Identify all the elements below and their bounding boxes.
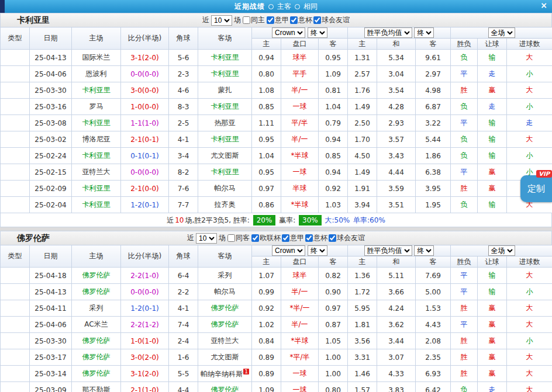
bookmaker-select[interactable]: Crown — [272, 27, 305, 38]
cell-away-team[interactable]: 佛罗伦萨 — [198, 317, 252, 333]
cell-away-team[interactable]: 卡利亚里 — [198, 66, 252, 82]
match-row[interactable]: 意甲 25-02-24 卡利亚里 0-1(0-1) 3-4 尤文图斯 1.04 … — [1, 148, 552, 164]
option-label-1[interactable]: 主客 — [277, 2, 291, 12]
league-filter[interactable]: 意甲 — [267, 15, 289, 25]
scope-select[interactable]: 全场 — [488, 245, 515, 256]
league-filter[interactable]: 欧联杯 — [251, 233, 281, 243]
option-label-2[interactable]: 相同 — [303, 2, 318, 12]
league-checkbox[interactable] — [282, 234, 289, 242]
bookmaker-select[interactable]: Crown — [272, 245, 305, 256]
league-filter[interactable]: 意甲 — [282, 233, 304, 243]
cell-home-team[interactable]: 采列 — [72, 300, 121, 317]
cell-home-team[interactable]: 博洛尼亚 — [72, 131, 121, 148]
cell-score[interactable]: 1-0(1-0) — [121, 333, 169, 349]
cell-score[interactable]: 1-0(0-0) — [121, 99, 169, 115]
cell-home-team[interactable]: 佛罗伦萨 — [72, 284, 121, 300]
cell-home-team[interactable]: 佛罗伦萨 — [72, 268, 121, 284]
avg-select[interactable]: 胜平负均值 — [364, 27, 412, 38]
match-row[interactable]: 意甲 25-04-13 国际米兰 3-1(2-0) 5-6 卡利亚里 0.94 … — [1, 50, 552, 66]
match-row[interactable]: 意甲 25-04-06 AC米兰 2-2(1-2) 7-4 佛罗伦萨 1.02 … — [1, 317, 552, 333]
avg-select[interactable]: 胜平负均值 — [364, 245, 412, 256]
cell-home-team[interactable]: 佛罗伦萨 — [72, 349, 121, 366]
league-filter[interactable]: 球会友谊 — [313, 15, 350, 25]
league-filter[interactable]: 球会友谊 — [329, 233, 365, 243]
cell-away-team[interactable]: 卡利亚里 — [198, 164, 252, 181]
cell-home-team[interactable]: 佛罗伦萨 — [72, 366, 121, 382]
cell-home-team[interactable]: 恩波利 — [72, 66, 121, 82]
same-checkbox[interactable] — [243, 16, 250, 24]
scope-select[interactable]: 全场 — [488, 27, 515, 38]
cell-score[interactable]: 1-1(1-0) — [121, 115, 169, 131]
cell-away-team[interactable]: 卡利亚里 — [198, 99, 252, 115]
cell-away-team[interactable]: 采列 — [198, 268, 252, 284]
league-checkbox[interactable] — [251, 234, 259, 242]
league-checkbox[interactable] — [329, 234, 336, 242]
same-checkbox[interactable] — [227, 234, 235, 242]
match-row[interactable]: 欧联杯 25-04-11 采列 1-2(0-1) 4-1 佛罗伦萨 0.92 *… — [1, 300, 552, 317]
final-odds-select[interactable]: 终 — [308, 245, 327, 256]
cell-score[interactable]: 1-2(0-1) — [121, 300, 169, 317]
cell-home-team[interactable]: 卡利亚里 — [72, 181, 121, 197]
cell-away-team[interactable]: 亚特兰大 — [198, 333, 252, 349]
cell-score[interactable]: 3-1(2-0) — [121, 50, 169, 66]
league-checkbox[interactable] — [290, 16, 298, 24]
cell-home-team[interactable]: 卡利亚里 — [72, 148, 121, 164]
cell-home-team[interactable]: 卡利亚里 — [72, 197, 121, 213]
cell-away-team[interactable]: 帕尔马 — [198, 181, 252, 197]
cell-score[interactable]: 2-1(0-1) — [121, 131, 169, 148]
cell-home-team[interactable]: 那不勒斯 — [72, 382, 121, 392]
final-odds-select[interactable]: 终 — [308, 27, 327, 38]
cell-home-team[interactable]: AC米兰 — [72, 317, 121, 333]
cell-away-team[interactable]: 佛罗伦萨 — [198, 382, 252, 392]
match-row[interactable]: 意甲 25-03-30 卡利亚里 3-0(0-0) 4-6 蒙扎 1.08 半/… — [1, 82, 552, 99]
cell-score[interactable]: 1-2(0-1) — [121, 197, 169, 213]
cell-away-team[interactable]: 尤文图斯 — [198, 148, 252, 164]
cell-home-team[interactable]: 国际米兰 — [72, 50, 121, 66]
cell-score[interactable]: 0-0(0-0) — [121, 66, 169, 82]
match-row[interactable]: 意甲 25-03-16 罗马 1-0(0-0) 8-3 卡利亚里 0.85 一球… — [1, 99, 552, 115]
vip-customize-button[interactable]: VIP 定制 — [520, 175, 552, 202]
cell-score[interactable]: 3-1(2-0) — [121, 366, 169, 382]
match-row[interactable]: 意甲 25-03-09 那不勒斯 2-1(1-0) 4-4 佛罗伦萨 1.09 … — [1, 382, 552, 392]
final-avg-select[interactable]: 终 — [414, 27, 434, 38]
cell-home-team[interactable]: 卡利亚里 — [72, 82, 121, 99]
match-row[interactable]: 欧联杯 25-04-18 佛罗伦萨 2-2(1-0) 6-4 采列 1.07 球… — [1, 268, 552, 284]
cell-home-team[interactable]: 佛罗伦萨 — [72, 333, 121, 349]
option-radio-2[interactable] — [295, 4, 300, 9]
cell-score[interactable]: 3-0(0-0) — [121, 82, 169, 99]
cell-away-team[interactable]: 卡利亚里 — [198, 131, 252, 148]
cell-home-team[interactable]: 亚特兰大 — [72, 164, 121, 181]
cell-home-team[interactable]: 罗马 — [72, 99, 121, 115]
match-row[interactable]: 意甲 25-03-02 博洛尼亚 2-1(0-1) 4-1 卡利亚里 0.95 … — [1, 131, 552, 148]
cell-away-team[interactable]: 蒙扎 — [198, 82, 252, 99]
match-row[interactable]: 意甲 25-02-15 亚特兰大 0-0(0-0) 8-2 卡利亚里 0.95 … — [1, 164, 552, 181]
cell-away-team[interactable]: 帕纳辛纳科斯1 — [198, 366, 252, 382]
cell-score[interactable]: 0-1(0-1) — [121, 148, 169, 164]
cell-score[interactable]: 2-1(1-0) — [121, 382, 169, 392]
same-filter[interactable]: 同主 — [243, 15, 265, 25]
cell-away-team[interactable]: 卡利亚里 — [198, 50, 252, 66]
match-row[interactable]: 意甲 25-02-09 卡利亚里 2-1(0-0) 7-6 帕尔马 0.97 半… — [1, 181, 552, 197]
cell-score[interactable]: 2-2(1-2) — [121, 317, 169, 333]
cell-score[interactable]: 3-0(2-0) — [121, 349, 169, 366]
count-select[interactable]: 10 — [211, 15, 232, 26]
match-row[interactable]: 意甲 25-03-30 佛罗伦萨 1-0(1-0) 2-4 亚特兰大 0.84 … — [1, 333, 552, 349]
count-select[interactable]: 10 — [196, 233, 217, 244]
cell-away-team[interactable]: 佛罗伦萨 — [198, 300, 252, 317]
match-row[interactable]: 意甲 25-04-13 佛罗伦萨 0-0(0-0) 2-2 帕尔马 0.99 半… — [1, 284, 552, 300]
match-row[interactable]: 意甲 25-02-04 卡利亚里 1-2(0-1) 7-7 拉齐奥 0.86 *… — [1, 197, 552, 213]
league-filter[interactable]: 意杯 — [290, 15, 312, 25]
same-filter[interactable]: 同客 — [227, 233, 250, 243]
league-checkbox[interactable] — [313, 16, 321, 24]
final-avg-select[interactable]: 终 — [414, 245, 434, 256]
cell-score[interactable]: 2-1(0-0) — [121, 181, 169, 197]
cell-score[interactable]: 0-0(0-0) — [121, 164, 169, 181]
match-row[interactable]: 意甲 25-04-06 恩波利 0-0(0-0) 2-3 卡利亚里 0.80 平… — [1, 66, 552, 82]
cell-home-team[interactable]: 卡利亚里 — [72, 115, 121, 131]
league-filter[interactable]: 意杯 — [305, 233, 327, 243]
cell-score[interactable]: 0-0(0-0) — [121, 284, 169, 300]
cell-score[interactable]: 2-2(1-0) — [121, 268, 169, 284]
option-radio-1[interactable] — [268, 4, 274, 9]
cell-away-team[interactable]: 帕尔马 — [198, 284, 252, 300]
match-row[interactable]: 欧联杯 25-03-14 佛罗伦萨 3-1(2-0) 5-5 帕纳辛纳科斯1 0… — [1, 366, 552, 382]
